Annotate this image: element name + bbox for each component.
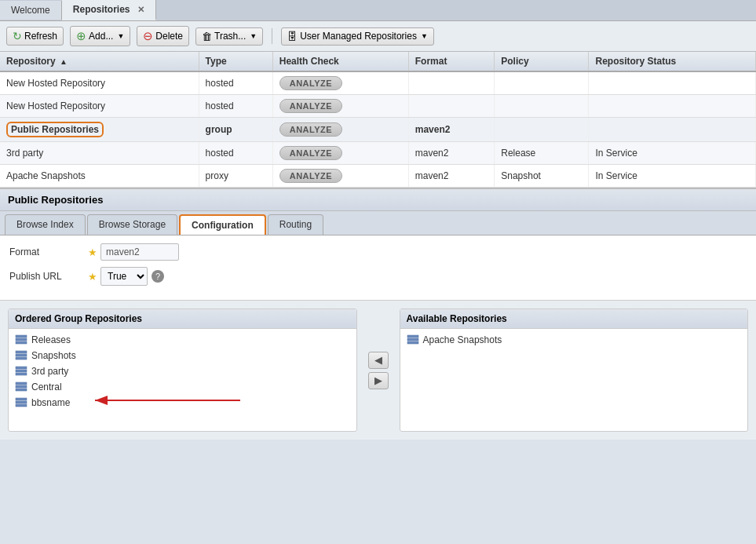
tab-welcome[interactable]: Welcome: [0, 1, 62, 20]
available-repos-content: Apache Snapshots: [400, 329, 748, 431]
col-header-status[interactable]: Repository Status: [589, 52, 756, 71]
col-header-policy[interactable]: Policy: [495, 52, 589, 71]
table-row[interactable]: New Hosted Repository hosted ANALYZE: [0, 71, 756, 95]
public-repositories-row[interactable]: Public Repositories group ANALYZE maven2: [0, 118, 756, 142]
available-repos-box: Available Repositories Apache Snapshots: [400, 309, 749, 432]
cell-policy: Release: [495, 142, 589, 165]
tab-repositories[interactable]: Repositories ✕: [62, 0, 156, 20]
table-row[interactable]: Apache Snapshots proxy ANALYZE maven2 Sn…: [0, 165, 756, 188]
trash-icon: 🗑: [202, 31, 212, 42]
trash-button[interactable]: 🗑 Trash... ▼: [195, 27, 263, 46]
cell-type: group: [199, 118, 272, 142]
cell-repo-name: 3rd party: [0, 142, 199, 165]
svg-rect-19: [407, 341, 418, 344]
ordered-group-content: Releases Snapshots: [9, 329, 356, 431]
delete-icon: ⊖: [143, 29, 153, 43]
refresh-button[interactable]: ↻ Refresh: [6, 27, 64, 46]
ordered-group-header: Ordered Group Repositories: [9, 309, 356, 329]
analyze-button[interactable]: ANALYZE: [279, 122, 342, 137]
col-header-format[interactable]: Format: [408, 52, 495, 71]
cell-repo-name: New Hosted Repository: [0, 71, 199, 95]
svg-rect-18: [407, 338, 418, 341]
analyze-button[interactable]: ANALYZE: [279, 76, 342, 90]
publish-url-row: Publish URL ★ True False ?: [9, 267, 747, 286]
detail-panel: Public Repositories Browse Index Browse …: [0, 188, 756, 440]
tab-configuration[interactable]: Configuration: [179, 214, 266, 235]
cell-repo-name: Public Repositories: [0, 118, 199, 142]
svg-rect-10: [16, 385, 27, 388]
col-header-health[interactable]: Health Check: [272, 52, 408, 71]
cell-format: maven2: [408, 165, 495, 188]
svg-rect-3: [16, 351, 27, 353]
user-managed-button[interactable]: 🗄 User Managed Repositories ▼: [281, 27, 434, 46]
table-row[interactable]: 3rd party hosted ANALYZE maven2 Release …: [0, 142, 756, 165]
available-repos-header: Available Repositories: [400, 309, 748, 329]
tab-close-icon[interactable]: ✕: [137, 5, 144, 14]
col-header-type[interactable]: Type: [199, 52, 272, 71]
cell-policy: [495, 95, 589, 118]
svg-rect-12: [16, 398, 27, 400]
cell-type: proxy: [199, 165, 272, 188]
format-row: Format ★: [9, 243, 747, 261]
sort-arrow-icon: ▲: [60, 57, 68, 66]
move-right-button[interactable]: ▶: [368, 372, 389, 389]
analyze-button[interactable]: ANALYZE: [279, 169, 342, 183]
ordered-group-box: Ordered Group Repositories Releases: [8, 309, 357, 432]
cell-status: [589, 71, 756, 95]
list-item[interactable]: Central: [9, 379, 356, 395]
list-item[interactable]: Releases: [9, 332, 356, 348]
table-header-row: Repository ▲ Type Health Check Format Po…: [0, 52, 756, 71]
svg-rect-11: [16, 389, 27, 391]
config-area: Format ★ Publish URL ★ True False ?: [0, 235, 756, 301]
cell-format: [408, 95, 495, 118]
help-icon[interactable]: ?: [152, 270, 164, 283]
analyze-button[interactable]: ANALYZE: [279, 146, 342, 160]
format-input[interactable]: [100, 243, 179, 261]
repo-icon: [15, 382, 27, 392]
user-managed-dropdown-arrow: ▼: [421, 32, 428, 40]
format-required-star: ★: [88, 246, 97, 258]
move-left-button[interactable]: ◀: [368, 352, 389, 369]
publish-url-select[interactable]: True False: [100, 267, 148, 286]
table-row[interactable]: New Hosted Repository hosted ANALYZE: [0, 95, 756, 118]
toolbar: ↻ Refresh ⊕ Add... ▼ ⊖ Delete 🗑 Trash...…: [0, 21, 756, 52]
user-managed-icon: 🗄: [287, 31, 298, 42]
svg-rect-5: [16, 357, 27, 360]
cell-type: hosted: [199, 71, 272, 95]
col-header-repository[interactable]: Repository ▲: [0, 52, 199, 71]
delete-button[interactable]: ⊖ Delete: [137, 26, 189, 46]
svg-rect-14: [16, 404, 27, 407]
trash-dropdown-arrow: ▼: [250, 32, 257, 40]
tab-browse-index[interactable]: Browse Index: [5, 214, 86, 235]
tab-routing[interactable]: Routing: [268, 214, 323, 235]
cell-format: maven2: [408, 142, 495, 165]
analyze-button[interactable]: ANALYZE: [279, 99, 342, 113]
app-window: Welcome Repositories ✕ ↻ Refresh ⊕ Add..…: [0, 0, 756, 544]
svg-rect-1: [16, 338, 27, 341]
list-item[interactable]: 3rd party: [9, 363, 356, 379]
transfer-arrow-area: ◀ ▶: [365, 309, 392, 432]
cell-status: [589, 95, 756, 118]
svg-rect-17: [407, 335, 418, 338]
add-dropdown-arrow: ▼: [117, 32, 124, 40]
cell-status: [589, 118, 756, 142]
cell-status: In Service: [589, 165, 756, 188]
cell-health: ANALYZE: [272, 118, 408, 142]
cell-format: maven2: [408, 118, 495, 142]
cell-health: ANALYZE: [272, 165, 408, 188]
publish-url-label: Publish URL: [9, 271, 88, 282]
tab-browse-storage[interactable]: Browse Storage: [87, 214, 177, 235]
list-item-bbsname[interactable]: bbsname: [9, 395, 356, 411]
repo-icon: [15, 334, 27, 345]
add-button[interactable]: ⊕ Add... ▼: [70, 26, 130, 46]
svg-rect-2: [16, 341, 27, 344]
list-item[interactable]: Snapshots: [9, 348, 356, 363]
cell-type: hosted: [199, 142, 272, 165]
tab-bar: Welcome Repositories ✕: [0, 0, 756, 21]
publish-url-required-star: ★: [88, 271, 97, 283]
repo-icon: [15, 350, 27, 361]
repo-icon: [15, 366, 27, 377]
groups-area: Ordered Group Repositories Releases: [0, 301, 756, 440]
list-item[interactable]: Apache Snapshots: [400, 332, 748, 348]
refresh-icon: ↻: [13, 30, 22, 42]
